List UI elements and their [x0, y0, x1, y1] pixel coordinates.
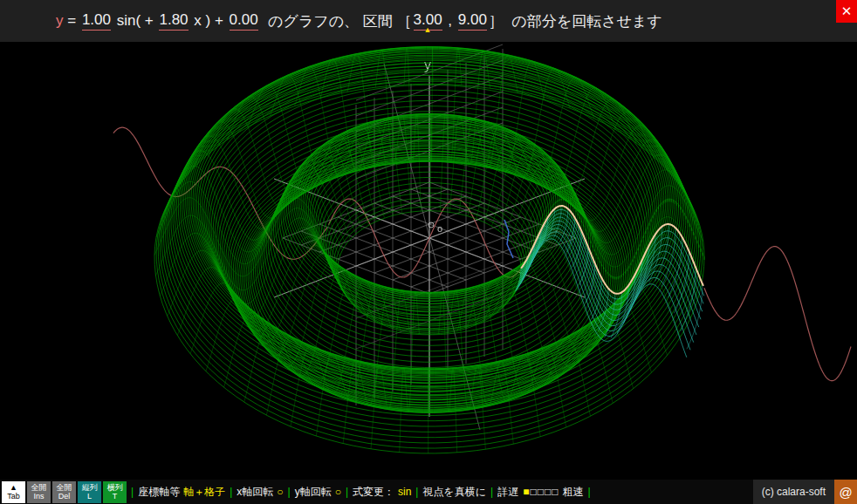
open-all-ins-button[interactable]: 全開 Ins — [27, 481, 51, 503]
separator: | — [346, 486, 348, 498]
x-rotate-label: x軸回転 — [237, 485, 273, 500]
formula-rotate-text: ］ の部分を回転させます — [489, 11, 662, 31]
x-rotate-toggle[interactable]: ○ — [277, 486, 283, 498]
open-all-ins-label: 全開 — [31, 483, 47, 492]
separator: | — [131, 486, 134, 498]
speed-slow-label: 詳遅 — [497, 485, 518, 500]
formula-change-button[interactable]: sin — [398, 486, 411, 498]
side-view-button[interactable]: 視点を真横に — [422, 485, 486, 500]
column-label: 縦列 — [82, 483, 98, 492]
graph-canvas[interactable] — [0, 42, 857, 480]
open-all-del-button[interactable]: 全開 Del — [52, 481, 76, 503]
formula-y: y — [56, 12, 64, 30]
speed-level-buttons[interactable]: □□□□ — [530, 486, 559, 498]
interval-start-value[interactable]: 3.00▲ — [414, 11, 442, 31]
titlebar: y = 1.00 sin( + 1.80 x ) + 0.00 のグラフの、 区… — [0, 0, 857, 42]
tab-key-label: Tab — [7, 492, 20, 501]
offset-value[interactable]: 0.00 — [230, 11, 258, 31]
toolbar-right: (c) calara-soft @ — [753, 480, 857, 504]
formula-graph-text: のグラフの、 区間 ［ — [260, 11, 412, 31]
toolbar: ▲ Tab 全開 Ins 全開 Del 縦列 L 横列 T | 座標軸等 軸＋格… — [0, 480, 857, 504]
y-rotate-toggle[interactable]: ○ — [335, 486, 341, 498]
l-key-label: L — [87, 492, 92, 501]
selection-marker-icon: ▲ — [424, 26, 432, 34]
speed-fast-label: 粗速 — [562, 485, 583, 500]
amplitude-value[interactable]: 1.00 — [82, 11, 111, 31]
formula-comma: , — [444, 12, 456, 30]
formula-change-label: 式変更： — [353, 485, 394, 500]
contact-at-button[interactable]: @ — [834, 480, 857, 504]
open-all-del-label: 全開 — [57, 483, 72, 492]
row-label: 横列 — [107, 483, 123, 492]
app-window: y = 1.00 sin( + 1.80 x ) + 0.00 のグラフの、 区… — [0, 0, 857, 504]
tab-key-button[interactable]: ▲ Tab — [2, 481, 25, 503]
interval-end-value[interactable]: 9.00 — [458, 11, 487, 31]
speed-level-active[interactable]: ■ — [523, 486, 530, 498]
frequency-value[interactable]: 1.80 — [159, 11, 188, 31]
separator: | — [490, 486, 493, 498]
copyright-text: (c) calara-soft — [753, 480, 834, 504]
close-button[interactable]: ✕ — [836, 0, 857, 23]
formula-eq: = — [64, 12, 80, 30]
axes-label: 座標軸等 — [138, 485, 180, 500]
separator: | — [230, 486, 232, 498]
del-key-label: Del — [58, 492, 71, 501]
separator: | — [415, 486, 418, 498]
axes-mode-button[interactable]: 軸＋格子 — [183, 485, 225, 500]
separator: | — [288, 486, 291, 498]
key-buttons: ▲ Tab 全開 Ins 全開 Del 縦列 L 横列 T — [0, 481, 127, 503]
row-t-button[interactable]: 横列 T — [103, 481, 127, 503]
formula-x: x ) + — [190, 12, 228, 30]
separator: | — [587, 486, 590, 498]
ins-key-label: Ins — [33, 492, 44, 501]
column-l-button[interactable]: 縦列 L — [78, 481, 101, 503]
formula: y = 1.00 sin( + 1.80 x ) + 0.00 のグラフの、 区… — [56, 0, 662, 42]
y-rotate-label: y軸回転 — [295, 485, 332, 500]
formula-sin: sin( + — [113, 12, 158, 30]
t-key-label: T — [113, 492, 118, 501]
tab-triangle-icon: ▲ — [10, 483, 17, 492]
